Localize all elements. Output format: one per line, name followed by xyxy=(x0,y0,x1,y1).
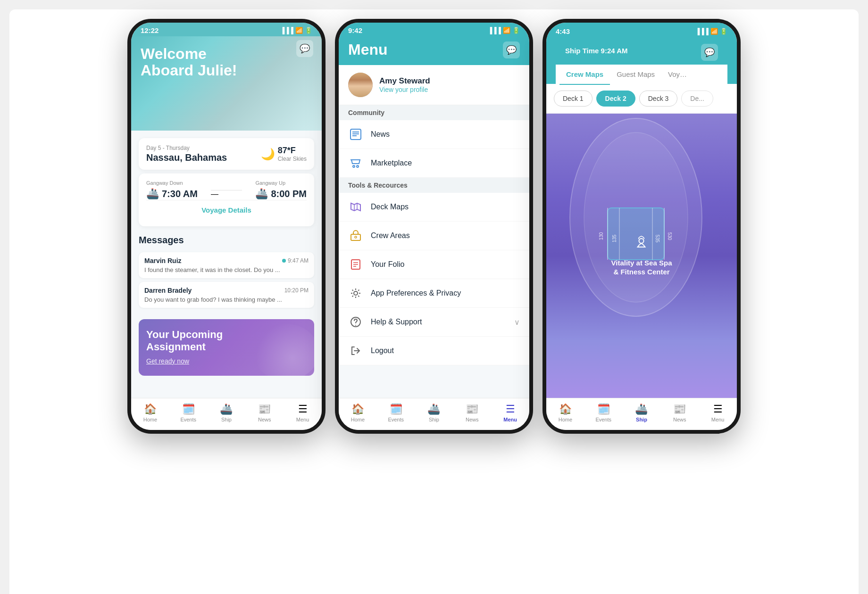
help-label: Help & Support xyxy=(371,318,507,326)
deck-1-btn[interactable]: Deck 1 xyxy=(554,91,593,107)
battery-icon-2: 🔋 xyxy=(512,27,520,34)
svg-point-16 xyxy=(355,325,356,326)
home-icon-3: 🏠 xyxy=(559,403,572,415)
welcome-header: WelcomeAboard Julie! 💬 xyxy=(131,36,322,131)
msg-name-2: Darren Bradely xyxy=(144,287,192,294)
messages-title: Messages xyxy=(139,230,314,248)
signal-icon: ▐▐▐ xyxy=(280,27,293,34)
nav-events-label-3: Events xyxy=(595,417,611,422)
svg-rect-8 xyxy=(351,234,360,240)
tab-guest-maps[interactable]: Guest Maps xyxy=(610,65,661,84)
logout-icon xyxy=(348,343,363,358)
status-icons-1: ▐▐▐ 📶 🔋 xyxy=(280,27,312,34)
msg-preview-1: I found the steamer, it was in the close… xyxy=(144,266,309,273)
map-header: Ship Time 9:24 AM 💬 Crew Maps Guest Maps… xyxy=(546,37,737,84)
deck-more-btn[interactable]: De... xyxy=(681,91,713,107)
status-time-1: 12:22 xyxy=(141,26,159,34)
nav-menu-label-2: Menu xyxy=(503,417,517,422)
menu-icon-3: ☰ xyxy=(713,403,723,415)
spa-name: Vitality at Sea Spa& Fitness Center xyxy=(611,258,672,277)
events-icon-2: 🗓️ xyxy=(390,403,402,415)
nav-ship-2[interactable]: 🚢 Ship xyxy=(415,401,453,424)
gangway-up: Gangway Up 🚢 8:00 PM xyxy=(255,180,307,200)
nav-ship-3[interactable]: 🚢 Ship xyxy=(623,401,661,424)
room-130: 130 xyxy=(599,232,604,240)
menu-deck-maps[interactable]: Deck Maps xyxy=(339,193,529,222)
tab-voyage[interactable]: Voyage xyxy=(661,65,694,84)
deck-2-btn[interactable]: Deck 2 xyxy=(596,91,635,107)
msg-header-1: Marvin Ruiz 9:47 AM xyxy=(144,257,309,264)
news-label: News xyxy=(371,130,520,139)
nav-events-2[interactable]: 🗓️ Events xyxy=(377,401,415,424)
phone-2-menu: 9:42 ▐▐▐ 📶 🔋 Menu 💬 Amy Steward View you… xyxy=(335,19,533,434)
day-location: Nassau, Bahamas xyxy=(146,152,227,163)
nav-events-3[interactable]: 🗓️ Events xyxy=(584,401,623,424)
weather-icon: 🌙 xyxy=(261,148,275,161)
section-tools: Tools & Recources xyxy=(339,178,529,193)
nav-home-label-2: Home xyxy=(351,417,365,422)
ship-icon-3: 🚢 xyxy=(635,403,648,415)
tabs-bar: Crew Maps Guest Maps Voyage xyxy=(556,65,727,84)
nav-ship-1[interactable]: 🚢 Ship xyxy=(208,401,246,424)
profile-link[interactable]: View your profile xyxy=(379,86,430,93)
chat-button-3[interactable]: 💬 xyxy=(701,44,718,61)
profile-name: Amy Steward xyxy=(379,76,430,86)
crew-areas-label: Crew Areas xyxy=(371,231,520,240)
menu-logout[interactable]: Logout xyxy=(339,337,529,365)
msg-time-row-1: 9:47 AM xyxy=(282,257,309,264)
nav-events-1[interactable]: 🗓️ Events xyxy=(169,401,208,424)
gangway-card: Gangway Down 🚢 7:30 AM — Gangway Up 🚢 8:… xyxy=(139,173,314,226)
deck-maps-label: Deck Maps xyxy=(371,203,520,211)
day-label: Day 5 - Thursday xyxy=(146,145,227,151)
battery-icon: 🔋 xyxy=(305,27,312,34)
ship-time: Ship Time 9:24 AM xyxy=(565,47,628,55)
status-time-3: 4:43 xyxy=(556,27,570,35)
menu-your-folio[interactable]: Your Folio xyxy=(339,250,529,279)
deck-map-area: 130 135 535 530 Vitality at Sea Spa& Fi xyxy=(546,114,737,398)
deck-3-btn[interactable]: Deck 3 xyxy=(639,91,678,107)
nav-menu-3[interactable]: ☰ Menu xyxy=(699,401,737,424)
messages-section: Messages Marvin Ruiz 9:47 AM I found the… xyxy=(131,230,322,315)
nav-news-3[interactable]: 📰 News xyxy=(660,401,699,424)
message-item-2[interactable]: Darren Bradely 10:20 PM Do you want to g… xyxy=(139,282,314,308)
voyage-link[interactable]: Voyage Details xyxy=(146,200,307,220)
gangway-up-time-row: 🚢 8:00 PM xyxy=(255,188,307,200)
nav-home-2[interactable]: 🏠 Home xyxy=(339,401,377,424)
chat-button-2[interactable]: 💬 xyxy=(503,41,520,58)
menu-icon-2: ☰ xyxy=(506,403,515,415)
phone-1-welcome: 12:22 ▐▐▐ 📶 🔋 WelcomeAboard Julie! 💬 Day… xyxy=(127,19,326,434)
deck-selector: Deck 1 Deck 2 Deck 3 De... xyxy=(546,84,737,114)
menu-preferences[interactable]: App Preferences & Privacy xyxy=(339,279,529,308)
menu-crew-areas[interactable]: Crew Areas xyxy=(339,222,529,250)
phone2-body: Amy Steward View your profile Community … xyxy=(339,65,529,398)
menu-marketplace[interactable]: Marketplace xyxy=(339,149,529,178)
nav-menu-2[interactable]: ☰ Menu xyxy=(491,401,529,424)
message-item-1[interactable]: Marvin Ruiz 9:47 AM I found the steamer,… xyxy=(139,252,314,278)
marketplace-icon xyxy=(348,156,363,171)
nav-news-1[interactable]: 📰 News xyxy=(245,401,284,424)
battery-icon-3: 🔋 xyxy=(720,28,727,35)
nav-news-label-1: News xyxy=(258,417,271,422)
nav-ship-label-3: Ship xyxy=(636,417,647,422)
ship-icon-1: 🚢 xyxy=(220,403,233,415)
tab-crew-maps[interactable]: Crew Maps xyxy=(559,65,610,85)
nav-home-3[interactable]: 🏠 Home xyxy=(546,401,584,424)
profile-row[interactable]: Amy Steward View your profile xyxy=(339,65,529,105)
marketplace-label: Marketplace xyxy=(371,159,520,167)
nav-news-2[interactable]: 📰 News xyxy=(453,401,491,424)
gangway-row: Gangway Down 🚢 7:30 AM — Gangway Up 🚢 8:… xyxy=(146,180,307,200)
profile-info: Amy Steward View your profile xyxy=(379,76,430,93)
weather-desc: Clear Skies xyxy=(278,156,307,162)
chat-button-1[interactable]: 💬 xyxy=(296,40,313,57)
msg-preview-2: Do you want to grab food? I was thinking… xyxy=(144,296,309,303)
menu-help[interactable]: Help & Support ∨ xyxy=(339,308,529,337)
preferences-icon xyxy=(348,286,363,301)
wifi-icon-2: 📶 xyxy=(503,27,510,34)
chat-icon-1: 💬 xyxy=(300,43,310,54)
nav-menu-1[interactable]: ☰ Menu xyxy=(284,401,322,424)
menu-news[interactable]: News xyxy=(339,120,529,149)
preferences-label: App Preferences & Privacy xyxy=(371,289,520,297)
crew-areas-icon xyxy=(348,228,363,243)
svg-point-24 xyxy=(639,239,644,243)
nav-home-1[interactable]: 🏠 Home xyxy=(131,401,169,424)
